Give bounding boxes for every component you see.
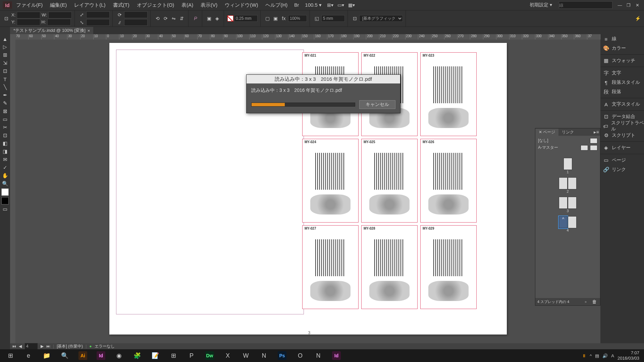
pages-panel-tab-pages[interactable]: ✕ ページ bbox=[535, 129, 558, 136]
corner-field[interactable] bbox=[321, 15, 345, 22]
gradient-feather-tool[interactable]: ◨ bbox=[0, 147, 10, 156]
panel-paragraph[interactable]: 段段落 bbox=[600, 87, 644, 97]
menu-table[interactable]: 表(A) bbox=[178, 1, 197, 10]
page-tool[interactable]: ⊞ bbox=[0, 51, 10, 59]
type-tool[interactable]: T bbox=[0, 75, 10, 83]
taskbar-app[interactable]: ◉ bbox=[110, 349, 128, 362]
menu-file[interactable]: ファイル(F) bbox=[13, 1, 46, 10]
panel-scripts[interactable]: ⚙スクリプト bbox=[600, 131, 644, 140]
opacity-field[interactable] bbox=[288, 15, 307, 22]
text-wrap-none-icon[interactable]: ▢ bbox=[264, 15, 271, 22]
flip-v-icon[interactable]: ⇵ bbox=[178, 15, 185, 22]
rotate-ccw-icon[interactable]: ⟲ bbox=[154, 15, 161, 22]
tray-notification-icon[interactable]: ⏸ bbox=[582, 353, 586, 358]
page-thumb[interactable]: A4 bbox=[559, 216, 577, 232]
taskbar-app[interactable]: X bbox=[219, 349, 237, 362]
line-tool[interactable]: ╲ bbox=[0, 83, 10, 91]
postcard-cell[interactable]: MY-026 bbox=[420, 139, 477, 223]
select-container-icon[interactable]: ▣ bbox=[206, 15, 213, 22]
taskbar-app[interactable]: Id bbox=[327, 349, 345, 362]
panel-line[interactable]: ≡線 bbox=[600, 34, 644, 44]
taskbar-app[interactable]: e bbox=[19, 349, 38, 362]
free-transform-tool[interactable]: ⊡ bbox=[0, 131, 10, 139]
panel-menu-icon[interactable]: ▸≡ bbox=[593, 128, 600, 136]
screen-mode-icon[interactable]: ▭▾ bbox=[336, 1, 346, 9]
page-thumb[interactable]: 3 bbox=[559, 197, 577, 213]
ref-point-icon[interactable]: ⊡ bbox=[3, 15, 10, 22]
zoom-tool[interactable]: 🔍 bbox=[0, 180, 10, 188]
default-fill-stroke[interactable] bbox=[1, 197, 9, 204]
panel-char-styles[interactable]: A文字スタイル bbox=[600, 100, 644, 109]
tray-up-icon[interactable]: ^ bbox=[590, 353, 592, 358]
content-collector-tool[interactable]: ⊡ bbox=[0, 67, 10, 75]
fill-stroke-swatch[interactable] bbox=[1, 188, 9, 196]
taskbar-app[interactable]: 🔍 bbox=[56, 349, 74, 362]
minimize-button[interactable]: — bbox=[616, 2, 624, 8]
status-nav-prev[interactable]: ◀ bbox=[19, 344, 22, 349]
gradient-swatch-tool[interactable]: ◧ bbox=[0, 139, 10, 147]
taskbar-app[interactable]: ⊞ bbox=[164, 349, 182, 362]
postcard-cell[interactable]: MY-024 bbox=[302, 139, 359, 223]
status-errors[interactable]: エラーなし bbox=[95, 344, 115, 349]
quick-apply-icon[interactable]: ⚡ bbox=[634, 15, 641, 22]
master-none[interactable]: [なし] bbox=[537, 137, 599, 144]
panel-character[interactable]: 字文字 bbox=[600, 68, 644, 78]
shear-field[interactable] bbox=[124, 19, 148, 26]
h-field[interactable] bbox=[47, 19, 71, 25]
postcard-cell[interactable]: MY-023 bbox=[420, 52, 477, 136]
menu-layout[interactable]: レイアウト(L) bbox=[71, 1, 109, 10]
taskbar-app[interactable]: W bbox=[237, 349, 255, 362]
w-field[interactable] bbox=[48, 12, 72, 18]
text-wrap-bbox-icon[interactable]: ▣ bbox=[272, 15, 279, 22]
zoom-level[interactable]: 100.5 ▾ bbox=[302, 1, 324, 9]
view-options-icon[interactable]: ⊞▾ bbox=[325, 1, 335, 9]
rotate-cw-icon[interactable]: ⟳ bbox=[162, 15, 169, 22]
close-tab-icon[interactable]: × bbox=[88, 28, 90, 33]
menu-type[interactable]: 書式(T) bbox=[110, 1, 133, 10]
close-button[interactable]: ✕ bbox=[633, 2, 641, 8]
menu-window[interactable]: ウィンドウ(W) bbox=[221, 1, 261, 10]
taskbar-app[interactable]: Id bbox=[92, 349, 110, 362]
fx-icon[interactable]: fx bbox=[280, 15, 287, 22]
page-thumb[interactable]: 1 bbox=[564, 158, 572, 174]
delete-page-icon[interactable]: 🗑 bbox=[591, 298, 598, 305]
eyedropper-tool[interactable]: ✓ bbox=[0, 164, 10, 172]
taskbar-app[interactable]: Ps bbox=[273, 349, 291, 362]
view-mode-toggle[interactable]: ▭ bbox=[0, 205, 10, 213]
panel-swatches[interactable]: ▦スウォッチ bbox=[600, 56, 644, 65]
new-page-icon[interactable]: ▫ bbox=[582, 298, 589, 305]
status-nav-next[interactable]: ▶ bbox=[41, 344, 44, 349]
page-thumb[interactable]: 2 bbox=[559, 177, 577, 193]
stroke-weight-field[interactable] bbox=[234, 15, 258, 22]
scale-y-field[interactable] bbox=[86, 19, 110, 26]
fit-frame-icon[interactable]: ⊡ bbox=[351, 15, 359, 22]
postcard-cell[interactable]: MY-027 bbox=[302, 225, 359, 309]
object-style-select[interactable]: [基本グラフィックフ... bbox=[359, 15, 403, 22]
search-input[interactable] bbox=[559, 1, 612, 9]
note-tool[interactable]: ✉ bbox=[0, 156, 10, 164]
tray-action-center-icon[interactable]: ▤ bbox=[595, 353, 599, 358]
panel-links[interactable]: 🔗リンク bbox=[600, 165, 644, 174]
status-nav-first[interactable]: ⏮ bbox=[12, 344, 16, 349]
flip-h-icon[interactable]: ⇋ bbox=[170, 15, 177, 22]
scale-x-field[interactable] bbox=[86, 11, 110, 18]
x-field[interactable] bbox=[17, 12, 40, 18]
taskbar-app[interactable]: Dw bbox=[201, 349, 219, 362]
pencil-tool[interactable]: ✎ bbox=[0, 99, 10, 107]
postcard-cell[interactable]: MY-028 bbox=[361, 225, 418, 309]
taskbar-app[interactable]: 🧩 bbox=[128, 349, 146, 362]
hand-tool[interactable]: ✋ bbox=[0, 172, 10, 180]
tray-clock[interactable]: 7:07 2016/03/03 bbox=[618, 350, 639, 361]
status-page-field[interactable] bbox=[24, 343, 38, 350]
rotate-field[interactable] bbox=[124, 11, 148, 18]
status-nav-last[interactable]: ⏭ bbox=[46, 344, 50, 349]
taskbar-app[interactable]: P bbox=[182, 349, 201, 362]
document-tab[interactable]: *テストサンプル.indd @ 100% [変換] × bbox=[10, 27, 93, 34]
pages-panel-tab-links[interactable]: リンク bbox=[558, 129, 577, 136]
taskbar-app[interactable]: O bbox=[291, 349, 309, 362]
status-style[interactable]: [基本] (作業中) bbox=[57, 344, 83, 349]
taskbar-app[interactable]: 📝 bbox=[146, 349, 164, 362]
postcard-cell[interactable]: MY-029 bbox=[420, 225, 477, 309]
master-a[interactable]: A-マスター bbox=[537, 144, 599, 151]
taskbar-app[interactable]: N bbox=[309, 349, 327, 362]
